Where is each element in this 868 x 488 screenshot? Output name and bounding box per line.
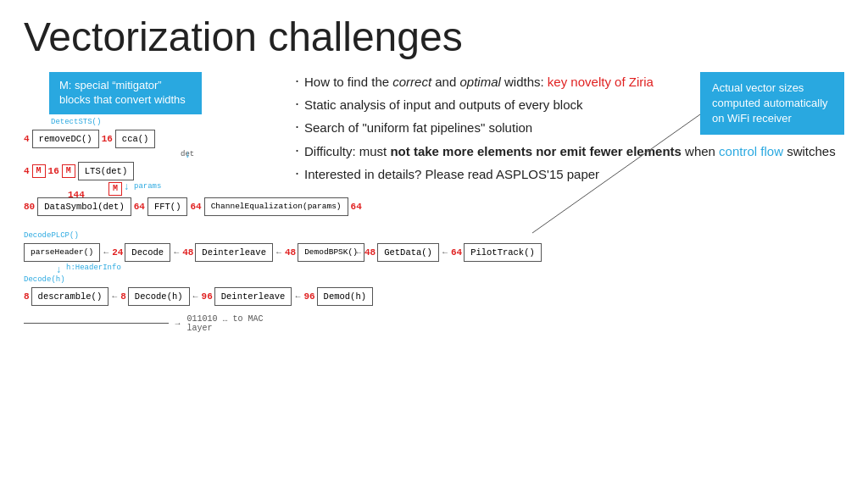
box-lts: LTS(det) bbox=[78, 162, 134, 180]
num-8b: 8 bbox=[120, 291, 126, 302]
num-48a: 48 bbox=[182, 247, 193, 258]
m-box-3: M bbox=[108, 182, 122, 196]
num-80: 80 bbox=[24, 202, 35, 212]
num-96a: 96 bbox=[202, 291, 213, 302]
num-64-fft: 64 bbox=[134, 202, 145, 212]
detect-sts-label: DetectSTS() bbox=[51, 118, 101, 126]
num-48c: 48 bbox=[364, 247, 376, 258]
box-descramble: descramble() bbox=[31, 287, 109, 306]
num-16-r1: 16 bbox=[102, 134, 113, 144]
num-96b: 96 bbox=[303, 291, 314, 302]
box-removedc: removeDC() bbox=[32, 130, 99, 148]
box-pilottrack: PilotTrack() bbox=[464, 243, 542, 262]
mac-layer-label: 011010 … to MAC layer bbox=[187, 314, 278, 333]
box-parseheader: parseHeader() bbox=[24, 243, 100, 262]
box-demod-h: Demod(h) bbox=[317, 287, 373, 306]
num-16-r2: 16 bbox=[48, 166, 59, 176]
decode-plcp-label: DecodePLCP() bbox=[24, 231, 79, 240]
arrow-down-2: ↓ bbox=[124, 180, 129, 192]
m-box-3-row: M bbox=[108, 182, 122, 196]
h-headerinfo-label: h:HeaderInfo bbox=[66, 263, 121, 272]
num-4-r1: 4 bbox=[24, 134, 30, 144]
decode-h-fn-label: Decode(h) bbox=[24, 275, 65, 284]
box-datasymbol: DataSymbol(det) bbox=[37, 197, 131, 216]
box-fft: FFT() bbox=[147, 197, 188, 216]
num-64-out: 64 bbox=[351, 202, 362, 212]
box-deinterleave2: Deinterleave bbox=[214, 287, 292, 306]
m-box-1: M bbox=[32, 164, 46, 178]
box-decode: Decode bbox=[125, 243, 170, 262]
wifi-callout-box: Actual vector sizes computed automatical… bbox=[700, 72, 844, 136]
mitigator-callout: M: special “mitigator” blocks that conve… bbox=[49, 72, 202, 114]
num-48b: 48 bbox=[285, 247, 296, 258]
box-decode-h: Decode(h) bbox=[128, 287, 190, 306]
row4-right: ← 48 GetData() ← 64 PilotTrack() bbox=[354, 243, 542, 262]
slide-title: Vectorization challenges bbox=[24, 15, 844, 60]
row3: 80 DataSymbol(det) 64 FFT() 64 ChannelEq… bbox=[24, 197, 362, 216]
row1: 4 removeDC() 16 cca() bbox=[24, 130, 155, 148]
params-label: params bbox=[134, 182, 161, 191]
left-panel: M: special “mitigator” blocks that conve… bbox=[24, 72, 287, 380]
bullet-5: Interested in details? Please read ASPLO… bbox=[295, 164, 844, 184]
bullet-4: Difficulty: must not take more elements … bbox=[295, 141, 844, 161]
row5: 8 descramble() ← 8 Decode(h) ← 96 Deinte… bbox=[24, 287, 373, 306]
row2: 4 M 16 M LTS(det) bbox=[24, 162, 134, 180]
slide: Vectorization challenges M: special “mit… bbox=[0, 0, 868, 488]
num-4-r2: 4 bbox=[24, 166, 30, 176]
right-panel: How to find the correct and optimal widt… bbox=[287, 72, 844, 380]
num-64-ce: 64 bbox=[190, 202, 201, 212]
arrow-down-1: ↓ bbox=[185, 148, 190, 160]
num-24: 24 bbox=[112, 247, 123, 258]
m-box-2: M bbox=[62, 164, 75, 178]
arrow-down-decode: ↓ bbox=[56, 263, 61, 275]
box-cca: cca() bbox=[115, 130, 156, 148]
box-deinterleave: Deinterleave bbox=[195, 243, 273, 262]
bottom-arrow-row: → 011010 … to MAC layer bbox=[24, 314, 278, 333]
box-getdata: GetData() bbox=[377, 243, 439, 262]
num-64d: 64 bbox=[451, 247, 462, 258]
box-channeleq: ChannelEqualization(params) bbox=[204, 197, 348, 216]
row4: parseHeader() ← 24 Decode ← 48 Deinterle… bbox=[24, 243, 364, 262]
num-8a: 8 bbox=[24, 291, 30, 302]
